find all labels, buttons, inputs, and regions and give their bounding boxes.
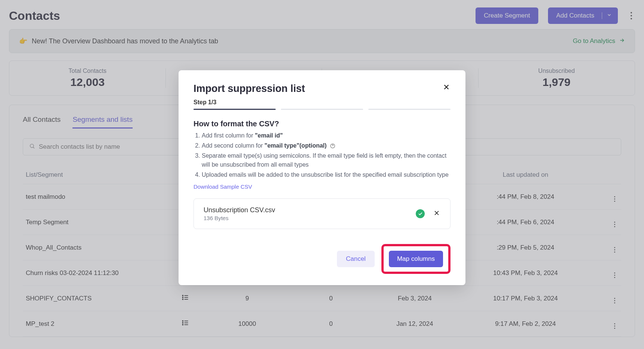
import-suppression-modal: Import suppression list Step 1/3 How to … xyxy=(179,70,465,285)
instruction-item: Add first column for "email id" xyxy=(202,131,451,140)
step-indicator: Step 1/3 xyxy=(193,99,451,106)
instructions-list: Add first column for "email id" Add seco… xyxy=(193,131,451,180)
instr-text: Add first column for xyxy=(202,132,255,139)
file-info: Unsubscription CSV.csv 136 Bytes xyxy=(204,206,275,221)
file-actions xyxy=(416,209,440,218)
progress-step-2 xyxy=(281,109,363,110)
progress-step-3 xyxy=(368,109,451,110)
howto-heading: How to format the CSV? xyxy=(193,120,451,128)
map-columns-button[interactable]: Map columns xyxy=(389,251,443,267)
modal-footer: Cancel Map columns xyxy=(193,244,451,274)
uploaded-file-card: Unsubscription CSV.csv 136 Bytes xyxy=(193,198,451,229)
modal-header: Import suppression list xyxy=(193,83,451,95)
modal-title: Import suppression list xyxy=(193,83,305,95)
download-sample-link[interactable]: Download Sample CSV xyxy=(193,183,252,190)
file-name: Unsubscription CSV.csv xyxy=(204,206,275,214)
help-icon[interactable] xyxy=(330,143,335,149)
progress-step-1 xyxy=(193,109,276,110)
progress-bars xyxy=(193,109,451,110)
remove-file-icon[interactable] xyxy=(433,209,440,218)
instruction-item: Add second column for "email type"(optio… xyxy=(202,141,451,151)
highlighted-action: Map columns xyxy=(381,244,451,274)
instruction-item: Uploaded emails will be added to the uns… xyxy=(202,170,451,180)
cancel-button[interactable]: Cancel xyxy=(337,251,375,267)
instr-text: Add second column for xyxy=(202,142,264,149)
success-check-icon xyxy=(416,209,425,218)
instruction-item: Separate email type(s) using semicolons.… xyxy=(202,151,451,170)
file-size: 136 Bytes xyxy=(204,215,275,221)
instr-bold: "email id" xyxy=(255,132,283,139)
close-icon[interactable] xyxy=(442,83,451,93)
modal-overlay[interactable]: Import suppression list Step 1/3 How to … xyxy=(0,0,644,349)
instr-bold: "email type"(optional) xyxy=(264,142,326,149)
